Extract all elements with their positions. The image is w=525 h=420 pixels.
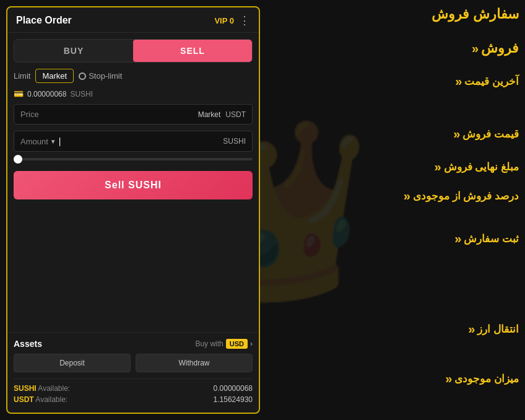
sell-percent-arrow-icon: »: [404, 189, 410, 203]
page-wrapper: 👑 Place Order VIP 0 ⋮ BUY SELL Limit Mar…: [0, 0, 525, 420]
balance-value: 0.00000068: [27, 90, 66, 98]
price-currency: USDT: [225, 110, 246, 119]
assets-section: Assets Buy with USD › Deposit Withdraw S…: [7, 332, 259, 413]
spacer: [7, 204, 259, 332]
amount-field[interactable]: Amount ▼ | SUSHI: [14, 131, 253, 152]
usdt-label: USDT Available:: [14, 395, 67, 404]
annotation-balance-block: » میزان موجودی: [445, 372, 519, 386]
order-tabs: BUY SELL: [14, 39, 253, 63]
slider-track: [14, 158, 253, 160]
sushi-label: SUSHI Available:: [14, 384, 70, 393]
transfer-arrow-icon: »: [468, 322, 475, 336]
sushi-balance-row: SUSHI Available: 0.00000068: [14, 384, 253, 393]
withdraw-button[interactable]: Withdraw: [136, 354, 253, 372]
annotation-transfer: انتقال ارز: [477, 323, 519, 336]
annotation-sell-amount-block: » مبلغ نهایی فروش: [434, 160, 519, 174]
card-icon: 💳: [14, 89, 24, 98]
balance-row: 💳 0.00000068 SUSHI: [7, 85, 259, 101]
submit-arrow-icon: »: [454, 232, 461, 246]
amount-dropdown-arrow: ▼: [50, 138, 56, 145]
price-label: Price: [20, 110, 198, 119]
annotation-sell-price-block: » قیمت فروش: [453, 127, 519, 141]
price-arrow-icon: »: [455, 74, 462, 89]
order-type-row: Limit Market Stop-limit: [7, 63, 259, 85]
annotation-sell-price: قیمت فروش: [462, 128, 519, 141]
menu-icon[interactable]: ⋮: [239, 14, 250, 27]
annotation-sell-percent: درصد فروش از موجودی: [413, 190, 519, 203]
annotation-title-block: سفارش فروش: [432, 6, 519, 22]
usdt-amount: 1.15624930: [214, 395, 253, 404]
annotation-price-block: » آخرین قیمت: [455, 74, 519, 89]
panel-title: Place Order: [16, 15, 72, 26]
amount-currency: SUSHI: [223, 137, 246, 146]
amount-label: Amount ▼: [20, 137, 56, 146]
balances: SUSHI Available: 0.00000068 USDT Availab…: [14, 378, 253, 404]
annotation-sell: فروش: [481, 40, 519, 56]
usdt-balance-row: USDT Available: 1.15624930: [14, 395, 253, 404]
slider-row[interactable]: [14, 158, 253, 160]
left-panel: Place Order VIP 0 ⋮ BUY SELL Limit Marke…: [6, 6, 260, 414]
buy-with-arrow-icon: ›: [250, 339, 253, 348]
sell-amount-arrow-icon: »: [434, 160, 441, 174]
price-market-text: Market: [198, 110, 221, 119]
annotation-sell-percent-block: » درصد فروش از موجودی: [404, 189, 519, 203]
annotation-balance: میزان موجودی: [454, 372, 519, 385]
buy-with-currency: USD: [226, 339, 248, 349]
order-type-limit[interactable]: Limit: [14, 71, 30, 81]
slider-thumb[interactable]: [14, 155, 22, 164]
buy-with-label: Buy with: [195, 339, 223, 348]
annotation-sell-amount: مبلغ نهایی فروش: [444, 160, 519, 173]
main-layout: Place Order VIP 0 ⋮ BUY SELL Limit Marke…: [0, 0, 525, 420]
order-type-stoplimit[interactable]: Stop-limit: [79, 71, 122, 81]
assets-header: Assets Buy with USD ›: [14, 339, 253, 349]
annotation-sell-block: » فروش: [472, 40, 519, 56]
balance-arrow-icon: »: [445, 372, 452, 386]
price-field[interactable]: Price Market USDT: [14, 104, 253, 125]
sell-arrow-icon: »: [472, 42, 479, 56]
deposit-button[interactable]: Deposit: [14, 354, 131, 372]
sushi-amount: 0.00000068: [214, 384, 253, 393]
tab-buy[interactable]: BUY: [14, 40, 133, 62]
annotation-last-price: آخرین قیمت: [464, 75, 519, 88]
annotation-transfer-block: » انتقال ارز: [468, 322, 519, 336]
annotation-submit-block: » ثبت سفارش: [454, 232, 519, 246]
vip-badge: VIP 0 ⋮: [214, 14, 250, 27]
annotation-submit: ثبت سفارش: [464, 232, 519, 245]
assets-buttons: Deposit Withdraw: [14, 354, 253, 372]
tab-sell[interactable]: SELL: [133, 40, 252, 62]
order-type-market[interactable]: Market: [35, 69, 74, 83]
panel-header: Place Order VIP 0 ⋮: [7, 7, 259, 33]
buy-with-row[interactable]: Buy with USD ›: [195, 339, 253, 349]
right-panel: سفارش فروش » فروش » آخرین قیمت » قیمت فر…: [266, 0, 525, 420]
assets-title: Assets: [14, 339, 42, 349]
sell-price-arrow-icon: »: [453, 127, 460, 141]
vip-label: VIP 0: [214, 16, 234, 25]
annotation-title: سفارش فروش: [432, 6, 519, 22]
balance-currency: SUSHI: [70, 90, 93, 98]
sell-button[interactable]: Sell SUSHI: [14, 171, 253, 199]
input-cursor: |: [59, 136, 61, 146]
radio-icon: [79, 72, 86, 80]
